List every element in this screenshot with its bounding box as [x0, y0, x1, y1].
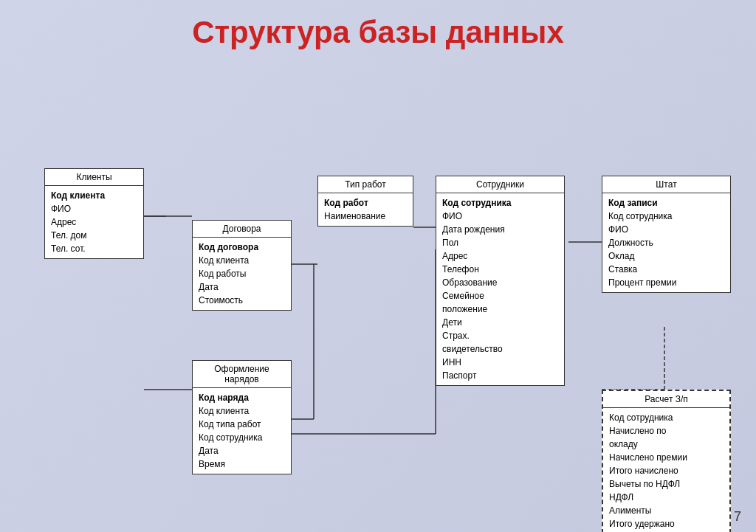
contracts-field-2: Код работы	[199, 267, 285, 280]
entity-staff: Штат Код записи Код сотрудника ФИО Должн…	[602, 176, 731, 293]
employees-body: Код сотрудника ФИО Дата рождения Пол Адр…	[436, 193, 564, 385]
work-types-pk: Код работ	[324, 196, 407, 210]
contracts-field-4: Стоимость	[199, 294, 285, 307]
work-types-field-1: Наименование	[324, 210, 407, 223]
entity-contracts: Договора Код договора Код клиента Код ра…	[192, 220, 292, 311]
entity-employees: Сотрудники Код сотрудника ФИО Дата рожде…	[436, 176, 565, 386]
orders-field-4: Дата	[199, 444, 285, 457]
staff-f2: ФИО	[608, 223, 724, 236]
emp-f9b: свидетельство	[442, 342, 558, 356]
clients-field-1: ФИО	[51, 202, 137, 215]
salary-f7: Алименты	[609, 504, 724, 517]
staff-body: Код записи Код сотрудника ФИО Должность …	[602, 193, 730, 292]
salary-f2b: окладу	[609, 438, 724, 451]
staff-f6: Процент премии	[608, 276, 724, 289]
salary-f2: Начислено по	[609, 424, 724, 438]
work-types-header: Тип работ	[318, 176, 413, 193]
clients-body: Код клиента ФИО Адрес Тел. дом Тел. сот.	[45, 186, 143, 258]
contracts-field-3: Дата	[199, 280, 285, 294]
salary-f4: Итого начислено	[609, 464, 724, 477]
diagram-area: Клиенты Код клиента ФИО Адрес Тел. дом Т…	[22, 72, 734, 515]
salary-f3: Начислено премии	[609, 451, 724, 464]
emp-f7: Семейное	[442, 289, 558, 303]
orders-body: Код наряда Код клиента Код типа работ Ко…	[193, 388, 291, 474]
contracts-body: Код договора Код клиента Код работы Дата…	[193, 238, 291, 310]
emp-f3: Пол	[442, 236, 558, 249]
salary-f8: Итого удержано	[609, 517, 724, 531]
orders-field-5: Время	[199, 457, 285, 471]
orders-field-1: Код клиента	[199, 404, 285, 418]
staff-f5: Ставка	[608, 263, 724, 276]
salary-f6: НДФЛ	[609, 491, 724, 504]
employees-pk: Код сотрудника	[442, 196, 558, 210]
staff-f3: Должность	[608, 236, 724, 249]
staff-pk: Код записи	[608, 196, 724, 210]
emp-f6: Образование	[442, 276, 558, 289]
salary-f1: Код сотрудника	[609, 411, 724, 424]
clients-header: Клиенты	[45, 169, 143, 186]
page-number: 7	[734, 509, 741, 525]
orders-header: Оформлениенарядов	[193, 361, 291, 388]
emp-f1: ФИО	[442, 210, 558, 223]
entity-clients: Клиенты Код клиента ФИО Адрес Тел. дом Т…	[44, 168, 144, 259]
salary-f5: Вычеты по НДФЛ	[609, 477, 724, 491]
emp-f2: Дата рождения	[442, 223, 558, 236]
orders-field-2: Код типа работ	[199, 418, 285, 431]
salary-header: Расчет З/п	[603, 391, 729, 408]
emp-f10: ИНН	[442, 356, 558, 369]
clients-field-2: Адрес	[51, 215, 137, 229]
employees-header: Сотрудники	[436, 176, 564, 193]
salary-body: Код сотрудника Начислено по окладу Начис…	[603, 408, 729, 532]
emp-f4: Адрес	[442, 249, 558, 263]
emp-f8: Дети	[442, 316, 558, 329]
clients-field-3: Тел. дом	[51, 229, 137, 242]
contracts-pk: Код договора	[199, 241, 285, 254]
contracts-header: Договора	[193, 221, 291, 238]
staff-f4: Оклад	[608, 249, 724, 263]
emp-f7b: положение	[442, 303, 558, 316]
staff-f1: Код сотрудника	[608, 210, 724, 223]
staff-header: Штат	[602, 176, 730, 193]
entity-orders: Оформлениенарядов Код наряда Код клиента…	[192, 360, 292, 474]
emp-f11: Паспорт	[442, 369, 558, 382]
entity-work-types: Тип работ Код работ Наименование	[317, 176, 413, 227]
orders-pk: Код наряда	[199, 391, 285, 404]
orders-field-3: Код сотрудника	[199, 431, 285, 444]
entity-salary: Расчет З/п Код сотрудника Начислено по о…	[602, 390, 731, 532]
contracts-field-1: Код клиента	[199, 254, 285, 267]
page-title: Структура базы данных	[22, 15, 734, 50]
clients-field-4: Тел. сот.	[51, 242, 137, 255]
clients-pk: Код клиента	[51, 189, 137, 202]
work-types-body: Код работ Наименование	[318, 193, 413, 226]
emp-f9: Страх.	[442, 329, 558, 342]
slide: Структура базы данных	[0, 0, 756, 532]
emp-f5: Телефон	[442, 263, 558, 276]
